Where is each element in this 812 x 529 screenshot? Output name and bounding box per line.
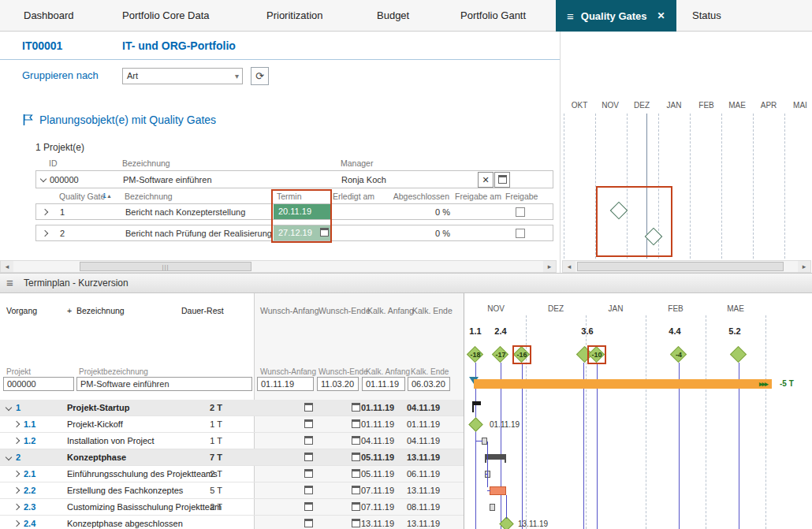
calendar-icon[interactable] (352, 436, 360, 445)
scrollbar-thumb[interactable]: ||| (80, 262, 251, 271)
task-row[interactable]: 2.3 Customizing Basisschulung Projekttea… (0, 499, 464, 516)
tab-portfolio-gantt[interactable]: Portfolio Gantt (460, 0, 526, 32)
group-by-select[interactable]: Art ▾ (122, 68, 243, 84)
gate-diamond[interactable] (645, 228, 663, 246)
gate-row-2[interactable]: 2 Bericht nach Prüfung der Realisierung … (35, 225, 553, 241)
expand-icon[interactable] (13, 520, 20, 527)
gate-row-1[interactable]: 1 Bericht nach Konzepterstellung 20.11.1… (35, 203, 553, 220)
calendar-icon[interactable] (352, 469, 360, 478)
termin-date-field[interactable]: 20.11.19 (274, 204, 331, 219)
terminplan-header[interactable]: ≡ Terminplan - Kurzversion (0, 273, 812, 293)
month-label: NOV (602, 101, 619, 110)
col-erledigt-am: Erledigt am (333, 192, 374, 201)
project-name-field[interactable]: PM-Software einführen (76, 377, 252, 391)
menu-icon[interactable]: ≡ (567, 10, 574, 22)
expand-icon[interactable] (42, 230, 48, 237)
gate-diamond[interactable] (610, 202, 628, 220)
expand-icon[interactable] (13, 421, 20, 427)
gate-name: Bericht nach Konzepterstellung (125, 207, 245, 217)
task-kalk-anfang: 01.11.19 (361, 403, 402, 412)
calendar-icon[interactable] (352, 453, 360, 461)
tab-budget[interactable]: Budget (377, 0, 409, 32)
calendar-icon[interactable] (352, 419, 360, 428)
scroll-right-arrow[interactable]: ▸ (798, 261, 810, 272)
task-dauer: 2 T (181, 403, 222, 412)
task-kalk-anfang: 05.11.19 (361, 453, 402, 462)
tab-dashboard[interactable]: Dashboard (24, 0, 74, 32)
collapse-icon[interactable] (40, 176, 47, 182)
summary-bar[interactable] (485, 454, 506, 460)
task-row[interactable]: 1 Projekt-Startup 2 T 01.11.19 04.11.19 (0, 400, 464, 416)
delete-button[interactable]: ✕ (478, 172, 494, 188)
calendar-icon[interactable] (304, 436, 313, 445)
collapse-icon[interactable] (6, 454, 12, 460)
task-row[interactable]: 2.2 Erstellung des Fachkonzeptes 5 T 07.… (0, 482, 464, 499)
task-row[interactable]: 2.4 Konzeptphase abgeschlossen 13.11.19 … (0, 516, 464, 529)
expand-icon[interactable] (13, 438, 20, 444)
calendar-button[interactable] (494, 172, 510, 188)
tab-prioritization[interactable]: Prioritization (266, 0, 323, 32)
task-milestone-diamond[interactable] (468, 417, 482, 431)
calendar-icon[interactable] (304, 519, 313, 527)
expand-icon[interactable] (13, 487, 20, 494)
tab-portfolio-core-data[interactable]: Portfolio Core Data (122, 0, 210, 32)
task-bar[interactable] (482, 438, 487, 445)
task-dauer: 1 T (181, 419, 222, 429)
scrollbar-thumb[interactable] (577, 262, 784, 271)
project-id-field[interactable]: 000000 (3, 377, 74, 391)
task-nr: 2.3 (24, 502, 35, 512)
gridline (526, 315, 527, 529)
wunsch-anfang-field[interactable]: 01.11.19 (257, 377, 314, 391)
kalk-anfang-field[interactable]: 01.11.19 (362, 377, 405, 391)
task-bar[interactable] (490, 486, 506, 495)
scroll-left-arrow[interactable]: ◂ (563, 261, 575, 272)
tab-quality-gates-label: Quality Gates (581, 10, 647, 22)
calendar-icon[interactable] (352, 502, 360, 511)
calendar-icon[interactable] (304, 453, 313, 461)
tab-quality-gates[interactable]: ≡ Quality Gates ✕ (556, 0, 676, 32)
calendar-icon[interactable] (304, 502, 313, 511)
kalk-ende-field[interactable]: 06.03.20 (408, 377, 450, 391)
task-kalk-anfang: 07.11.19 (361, 486, 402, 495)
calendar-icon[interactable] (320, 228, 329, 237)
refresh-button[interactable]: ⟳ (251, 67, 269, 85)
project-summary-bar[interactable] (474, 379, 772, 389)
calendar-icon[interactable] (352, 519, 360, 527)
expand-icon[interactable] (13, 504, 20, 510)
milestone-diamond[interactable] (730, 346, 747, 363)
col-termin: Termin (277, 192, 302, 201)
summary-flag[interactable] (472, 401, 482, 412)
menu-icon[interactable]: ≡ (6, 274, 13, 292)
calendar-icon[interactable] (304, 419, 313, 428)
flag-icon (22, 114, 34, 126)
expand-icon[interactable] (13, 471, 20, 477)
milestone-delta: -16 (512, 351, 532, 359)
calendar-icon[interactable] (304, 486, 313, 494)
calendar-icon[interactable] (304, 403, 313, 412)
task-row[interactable]: 1.2 Installation von Project 1 T 04.11.1… (0, 433, 464, 449)
task-name: Erstellung des Fachkonzeptes (67, 486, 183, 495)
calendar-icon[interactable] (352, 403, 360, 412)
project-row[interactable]: 000000 PM-Software einführen Ronja Koch … (35, 170, 553, 188)
month-label: JAN (667, 101, 682, 110)
sort-indicator[interactable]: 1▲ (102, 192, 112, 199)
collapse-icon[interactable] (6, 404, 12, 411)
scroll-left-arrow[interactable]: ◂ (1, 261, 13, 272)
expand-all-button[interactable]: + (67, 306, 72, 315)
task-bar[interactable] (490, 504, 495, 511)
freigabe-checkbox[interactable] (516, 229, 525, 238)
termin-date-field[interactable]: 27.12.19 (274, 225, 331, 240)
scroll-right-arrow[interactable]: ▸ (543, 261, 556, 272)
task-row[interactable]: 2.1 Einführungsschulung des Projektteams… (0, 466, 464, 482)
tab-status[interactable]: Status (692, 0, 721, 32)
col-wunsch-anfang: Wunsch-Anfang (260, 306, 319, 315)
task-row[interactable]: 2 Konzeptphase 7 T 05.11.19 13.11.19 (0, 449, 464, 466)
calendar-icon[interactable] (352, 486, 360, 494)
calendar-icon[interactable] (304, 469, 313, 478)
gates-timeline-panel: OKT NOV DEZ JAN FEB MAE APR MAI ◂ ▸ (560, 32, 812, 274)
wunsch-ende-field[interactable]: 11.03.20 (317, 377, 359, 391)
close-icon[interactable]: ✕ (657, 10, 665, 21)
task-row[interactable]: 1.1 Projekt-Kickoff 1 T 01.11.19 01.11.1… (0, 416, 464, 433)
freigabe-checkbox[interactable] (516, 207, 525, 217)
expand-icon[interactable] (42, 209, 48, 215)
